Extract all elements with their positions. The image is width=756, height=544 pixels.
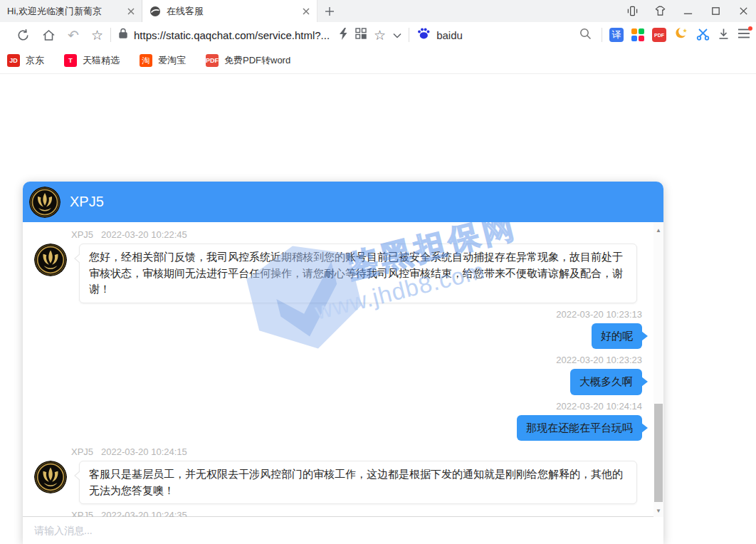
- scissors-icon[interactable]: [696, 27, 710, 43]
- message: 2022-03-20 10:23:23大概多久啊: [34, 355, 642, 395]
- address-bar[interactable]: https://static.qaqchat.com/service.html?…: [118, 28, 330, 42]
- translate-glyph: 译: [612, 28, 621, 41]
- page-content: XPJ5 XPJ52022-03-20 10:22:45 您好，经相关部门反馈，…: [0, 74, 756, 544]
- scroll-down-arrow-icon[interactable]: ▼: [653, 506, 663, 516]
- message: XPJ52022-03-20 10:22:45 您好，经相关部门反馈，我司风控系…: [34, 229, 642, 303]
- bookmark-label: 免费PDF转word: [224, 54, 290, 67]
- browser-window: Hi,欢迎光临澳门新葡京 在线客服: [0, 0, 756, 544]
- agent-avatar: [34, 461, 67, 493]
- plus-icon: [325, 6, 335, 16]
- bookmark-icon: PDF: [206, 54, 219, 67]
- agent-avatar: [34, 244, 67, 276]
- bookmarks-bar: JD京东T天猫精选淘爱淘宝PDF免费PDF转word: [0, 48, 756, 74]
- bookmark-icon: T: [64, 54, 77, 67]
- chevron-down-icon[interactable]: [393, 28, 401, 41]
- apps-grid-icon[interactable]: [631, 28, 644, 41]
- divider: [110, 28, 111, 42]
- window-controls: [627, 0, 749, 22]
- chat-title: XPJ5: [70, 194, 104, 210]
- message-bubble: 那现在还能在平台玩吗: [517, 415, 642, 441]
- menu-icon[interactable]: [737, 28, 750, 42]
- message-timestamp: 2022-03-20 10:24:35: [101, 510, 187, 517]
- brand-avatar: [29, 187, 61, 218]
- tab-title: 在线客服: [167, 5, 297, 18]
- minimize-button[interactable]: [683, 6, 693, 16]
- message-timestamp: 2022-03-20 10:23:23: [556, 355, 642, 365]
- message-timestamp: 2022-03-20 10:24:14: [556, 401, 642, 412]
- home-icon[interactable]: [42, 28, 56, 42]
- message: XPJ52022-03-20 10:24:35 很高兴为您服务 这边还有什么能协…: [34, 510, 642, 517]
- download-icon[interactable]: [718, 28, 730, 43]
- divider: [602, 28, 602, 42]
- nav-buttons: ↶ ☆: [0, 28, 103, 42]
- bookmark-icon: JD: [7, 54, 20, 67]
- pdf-tool-icon[interactable]: PDF: [652, 28, 666, 42]
- search-icon[interactable]: [579, 28, 592, 43]
- bookmark-item[interactable]: JD京东: [7, 54, 44, 67]
- bookmark-label: 爱淘宝: [158, 54, 186, 67]
- chat-input-bar: [23, 516, 663, 544]
- bookmark-label: 京东: [26, 54, 44, 67]
- message-sender: XPJ5: [71, 229, 93, 240]
- refresh-icon[interactable]: [16, 28, 30, 42]
- close-tab-icon[interactable]: [127, 8, 135, 15]
- bookmark-star-icon[interactable]: ☆: [374, 28, 386, 42]
- message-area: XPJ52022-03-20 10:22:45 您好，经相关部门反馈，我司风控系…: [23, 222, 663, 517]
- bookmark-label: 天猫精选: [83, 54, 120, 67]
- bookmark-icon: 淘: [140, 54, 152, 67]
- theme-skin-icon[interactable]: [655, 6, 666, 16]
- message-timestamp: 2022-03-20 10:24:15: [101, 446, 187, 457]
- tab-welcome[interactable]: Hi,欢迎光临澳门新葡京: [0, 0, 142, 22]
- baidu-paw-icon: [416, 27, 431, 43]
- message: 2022-03-20 10:23:13好的呢: [34, 309, 642, 350]
- message-sender: XPJ5: [71, 510, 93, 517]
- browser-toolbar: ↶ ☆ https://static.qaqchat.com/service.h…: [0, 22, 756, 48]
- message: XPJ52022-03-20 10:24:15 客服只是基层员工，并无权限去干涉…: [34, 446, 642, 504]
- address-bar-actions: ☆: [338, 28, 401, 43]
- send-to-mobile-icon[interactable]: [627, 6, 638, 16]
- scrollbar-thumb[interactable]: [654, 404, 663, 502]
- message-bubble: 您好，经相关部门反馈，我司风控系统近期稽核到您的账号目前已被安全系统自动捕捉存在…: [79, 244, 637, 303]
- back-icon[interactable]: [0, 28, 4, 41]
- lock-icon: [118, 28, 128, 42]
- close-tab-icon[interactable]: [303, 8, 310, 15]
- bookmark-item[interactable]: 淘爱淘宝: [140, 54, 186, 67]
- translate-icon[interactable]: 译: [609, 28, 624, 42]
- message-sender: XPJ5: [71, 446, 93, 457]
- new-tab-button[interactable]: [317, 0, 342, 22]
- extension-icons: 译 PDF: [609, 26, 756, 43]
- tab-bar: Hi,欢迎光临澳门新葡京 在线客服: [0, 0, 756, 23]
- close-window-button[interactable]: [738, 6, 749, 16]
- message-list: XPJ52022-03-20 10:22:45 您好，经相关部门反馈，我司风控系…: [23, 222, 663, 517]
- message-input[interactable]: [23, 517, 663, 544]
- tab-online-service[interactable]: 在线客服: [142, 0, 317, 22]
- qr-code-icon[interactable]: [355, 28, 367, 42]
- message-bubble: 客服只是基层员工，并无权限去干涉风控部门的审核工作，这边都是根据下发的通知就是刚…: [79, 461, 637, 504]
- bookmark-item[interactable]: PDF免费PDF转word: [206, 54, 290, 67]
- undo-icon[interactable]: ↶: [68, 28, 79, 42]
- message: 2022-03-20 10:24:14那现在还能在平台玩吗: [34, 401, 642, 441]
- bookmark-item[interactable]: T天猫精选: [64, 54, 120, 67]
- message-bubble: 大概多久啊: [570, 369, 642, 395]
- divider: [409, 28, 409, 42]
- scrollbar[interactable]: ▲ ▼: [653, 222, 663, 517]
- chat-header: XPJ5: [23, 182, 663, 222]
- message-timestamp: 2022-03-20 10:22:45: [101, 229, 187, 240]
- tab-title: Hi,欢迎光临澳门新葡京: [7, 5, 122, 18]
- pdf-glyph: PDF: [654, 33, 664, 38]
- search-engine-text[interactable]: baidu: [436, 29, 463, 41]
- flash-icon[interactable]: [338, 28, 348, 43]
- message-bubble: 好的呢: [592, 323, 642, 350]
- scroll-up-arrow-icon[interactable]: ▲: [653, 225, 663, 235]
- night-mode-moon-icon[interactable]: [674, 26, 688, 43]
- search-box[interactable]: baidu: [416, 27, 579, 43]
- globe-favicon-icon: [149, 6, 161, 17]
- favorites-star-icon[interactable]: ☆: [91, 28, 103, 42]
- maximize-button[interactable]: [710, 6, 721, 16]
- message-timestamp: 2022-03-20 10:23:13: [556, 309, 642, 320]
- url-text[interactable]: https://static.qaqchat.com/service.html?…: [134, 29, 330, 41]
- chat-widget: XPJ5 XPJ52022-03-20 10:22:45 您好，经相关部门反馈，…: [23, 182, 663, 544]
